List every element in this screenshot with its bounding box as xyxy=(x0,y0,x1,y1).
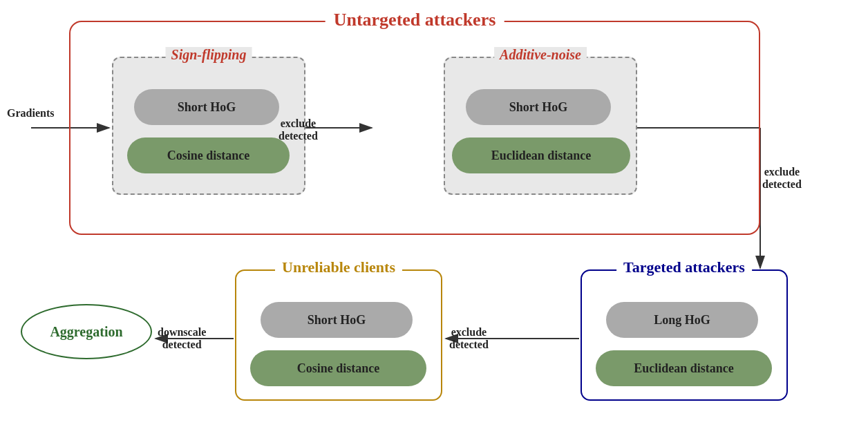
untargeted-box: Untargeted attackers Sign-flipping Short… xyxy=(69,21,760,235)
sign-flipping-cosine: Cosine distance xyxy=(127,137,290,173)
additive-noise-label: Additive-noise xyxy=(494,47,587,63)
untargeted-label: Untargeted attackers xyxy=(326,10,504,30)
exclude-detected-3: exclude detected xyxy=(449,326,489,351)
sign-flipping-label: Sign-flipping xyxy=(166,47,252,63)
unreliable-label: Unreliable clients xyxy=(275,258,402,276)
exclude-detected-1: exclude detected xyxy=(279,117,318,142)
aggregation-ellipse: Aggregation xyxy=(21,304,152,359)
targeted-box: Targeted attackers Long HoG Euclidean di… xyxy=(581,269,788,401)
targeted-euclidean: Euclidean distance xyxy=(596,350,772,386)
unreliable-cosine: Cosine distance xyxy=(250,350,426,386)
targeted-long-hog: Long HoG xyxy=(606,302,758,338)
unreliable-short-hog: Short HoG xyxy=(261,302,413,338)
additive-noise-short-hog: Short HoG xyxy=(466,89,611,125)
exclude-detected-2: exclude detected xyxy=(762,166,802,191)
diagram: Untargeted attackers Sign-flipping Short… xyxy=(0,0,868,427)
additive-noise-box: Additive-noise Short HoG Euclidean dista… xyxy=(444,57,637,195)
gradients-label: Gradients xyxy=(7,107,54,120)
targeted-label: Targeted attackers xyxy=(616,258,752,276)
unreliable-box: Unreliable clients Short HoG Cosine dist… xyxy=(235,269,442,401)
sign-flipping-box: Sign-flipping Short HoG Cosine distance xyxy=(112,57,305,195)
additive-noise-euclidean: Euclidean distance xyxy=(452,137,630,173)
sign-flipping-short-hog: Short HoG xyxy=(134,89,279,125)
downscale-detected: downscale detected xyxy=(158,326,206,351)
